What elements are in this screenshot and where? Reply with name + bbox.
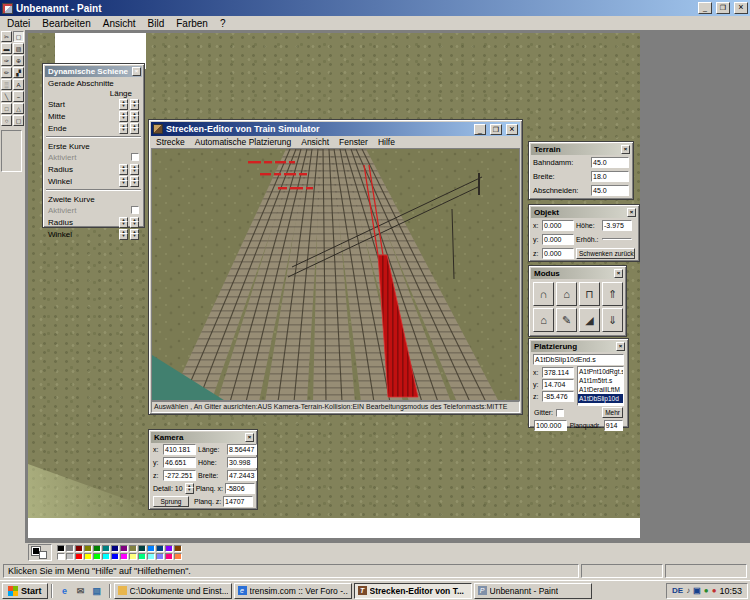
color-swatch[interactable] (120, 545, 128, 552)
value-field[interactable]: 45.0 (591, 185, 629, 196)
panel-titlebar[interactable]: Modus (531, 268, 624, 279)
panel-titlebar[interactable]: Kamera (151, 432, 255, 443)
color-swatch[interactable] (84, 553, 92, 560)
menu-item[interactable]: Farben (170, 18, 214, 29)
selected-object-field[interactable]: A1tDbSlip10dEnd.s (533, 354, 624, 365)
color-swatch[interactable] (102, 553, 110, 560)
select-tool[interactable]: ▢ (13, 31, 24, 42)
close-icon[interactable] (621, 145, 630, 154)
menu-item[interactable]: Strecke (151, 137, 190, 147)
curve-tool[interactable]: ~ (13, 91, 24, 102)
start-button[interactable]: Start (2, 583, 48, 599)
menu-item[interactable]: ? (214, 18, 232, 29)
color-swatch[interactable] (102, 545, 110, 552)
color-swatch[interactable] (165, 545, 173, 552)
panel-titlebar[interactable]: Terrain (531, 144, 631, 155)
list-item[interactable]: A1tPnt10dRgt.s (578, 367, 623, 376)
tool-options-box[interactable] (1, 130, 22, 172)
menu-item[interactable]: Ansicht (296, 137, 334, 147)
taskbar-task-button[interactable]: C:\Dokumente und Einst... (114, 583, 232, 599)
pencil-tool[interactable]: ✏ (1, 67, 12, 78)
close-icon[interactable] (614, 269, 623, 278)
y-field[interactable]: 0.000 (542, 234, 574, 245)
x-field[interactable]: 378.114 (542, 367, 574, 378)
x-field[interactable]: 410.181 (163, 444, 196, 455)
color-swatch[interactable] (66, 545, 74, 552)
panel-titlebar[interactable]: Platzierung (531, 341, 626, 352)
minimize-icon[interactable] (698, 2, 712, 14)
sprung-button[interactable]: Sprung (153, 496, 189, 507)
menu-item[interactable]: Bearbeiten (36, 18, 96, 29)
close-icon[interactable] (506, 124, 518, 135)
modus-raise-icon[interactable]: ⇑ (602, 282, 623, 306)
color-swatch[interactable] (111, 545, 119, 552)
menu-item[interactable]: Ansicht (97, 18, 142, 29)
polygon-tool[interactable]: △ (13, 103, 24, 114)
list-item[interactable]: A1t1m5trt.s (578, 376, 623, 385)
aktiviert-checkbox[interactable] (131, 153, 139, 161)
detail-spinner[interactable] (185, 483, 194, 494)
color-swatch[interactable] (129, 553, 137, 560)
airbrush-tool[interactable]: ░ (1, 79, 12, 90)
color-swatch[interactable] (93, 553, 101, 560)
close-icon[interactable] (627, 208, 636, 217)
modus-slope-icon[interactable]: ◢ (579, 308, 600, 332)
menu-item[interactable]: Fenster (334, 137, 373, 147)
menu-item[interactable]: Datei (1, 18, 36, 29)
paint-titlebar[interactable]: Unbenannt - Paint (0, 0, 750, 16)
color-swatch[interactable] (174, 545, 182, 552)
close-icon[interactable] (734, 2, 748, 14)
breite-field[interactable]: 47.2443 (227, 470, 257, 481)
taskbar-task-button[interactable]: e trensim.com :: Ver Foro -... (234, 583, 352, 599)
rectangle-tool[interactable]: □ (1, 103, 12, 114)
color-swatch[interactable] (84, 545, 92, 552)
laenge-field[interactable]: 8.56447 (227, 444, 257, 455)
display-icon[interactable]: ▣ (693, 584, 701, 598)
color-swatch[interactable] (75, 553, 83, 560)
menu-item[interactable]: Automatische Platzierung (190, 137, 296, 147)
object-list[interactable]: A1tPnt10dRgt.sA1t1m5trt.sA1tDeraillLftMA… (577, 366, 624, 406)
fill-tool[interactable]: ▨ (13, 43, 24, 54)
show-desktop-icon[interactable]: ▤ (90, 584, 104, 598)
value-field[interactable]: 18.0 (591, 171, 629, 182)
color-swatch[interactable] (57, 553, 65, 560)
value-field[interactable]: 45.0 (591, 157, 629, 168)
close-icon[interactable] (245, 433, 254, 442)
internet-explorer-icon[interactable]: e (58, 584, 72, 598)
planqz-field[interactable]: 14707 (223, 496, 253, 507)
ellipse-tool[interactable]: ○ (1, 115, 12, 126)
winkel-spinner[interactable] (119, 176, 139, 187)
z-field[interactable]: 0.000 (542, 248, 574, 259)
minimize-icon[interactable] (474, 124, 486, 135)
modus-home-icon[interactable]: ⌂ (533, 308, 554, 332)
aktiviert-checkbox[interactable] (131, 206, 139, 214)
hoehe-field[interactable]: 30.998 (227, 457, 257, 468)
magnifier-tool[interactable]: ⊕ (13, 55, 24, 66)
ts-titlebar[interactable]: Strecken-Editor von Train Simulator (151, 122, 520, 136)
hoehe-field[interactable]: -3.975 (602, 220, 632, 231)
modus-edit-icon[interactable]: ✎ (556, 308, 577, 332)
scheduler-icon[interactable]: ● (704, 584, 709, 598)
menu-item[interactable]: Hilfe (373, 137, 400, 147)
color-swatch[interactable] (120, 553, 128, 560)
radius-spinner[interactable] (119, 164, 139, 175)
pick-color-tool[interactable]: ✑ (1, 55, 12, 66)
dialog-titlebar[interactable]: Dynamische Schiene (45, 66, 142, 77)
eraser-tool[interactable]: ▬ (1, 43, 12, 54)
color-swatch[interactable] (138, 553, 146, 560)
color-swatch[interactable] (75, 545, 83, 552)
color-swatch[interactable] (93, 545, 101, 552)
planquadr-field[interactable]: 914 (604, 420, 623, 431)
color-swatch[interactable] (156, 545, 164, 552)
modus-house-icon[interactable]: ⌂ (556, 282, 577, 306)
3d-viewport[interactable] (151, 148, 520, 401)
panel-titlebar[interactable]: Objekt (531, 207, 637, 218)
y-field[interactable]: 46.651 (163, 457, 196, 468)
erhoeh-field[interactable] (602, 238, 632, 240)
y-field[interactable]: 14.704 (542, 379, 574, 390)
antivirus-icon[interactable]: ● (712, 584, 717, 598)
modus-gate-icon[interactable]: ⊓ (579, 282, 600, 306)
modus-drop-icon[interactable]: ⇓ (602, 308, 623, 332)
volume-icon[interactable]: ♪ (686, 584, 690, 598)
list-item[interactable]: A1tDbSlip10d (578, 394, 623, 403)
